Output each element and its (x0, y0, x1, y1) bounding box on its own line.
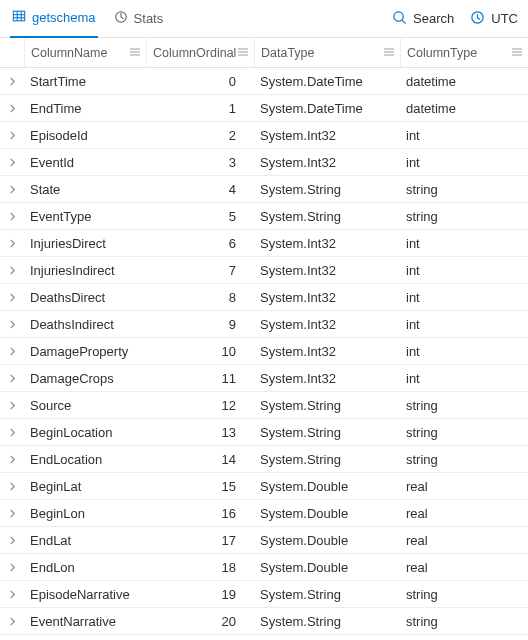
cell-columnname: EpisodeNarrative (24, 587, 146, 602)
cell-columnordinal: 1 (146, 101, 254, 116)
cell-columnordinal: 6 (146, 236, 254, 251)
table-row[interactable]: EventType5System.Stringstring (0, 203, 528, 230)
cell-columntype: string (400, 614, 528, 629)
rows-host: StartTime0System.DateTimedatetimeEndTime… (0, 68, 528, 640)
cell-columntype: string (400, 398, 528, 413)
header-columnordinal[interactable]: ColumnOrdinal (146, 38, 254, 67)
expand-row[interactable] (0, 392, 24, 418)
table-row[interactable]: EndTime1System.DateTimedatetime (0, 95, 528, 122)
tab-stats[interactable]: Stats (112, 0, 166, 38)
cell-columnordinal: 5 (146, 209, 254, 224)
cell-columnname: InjuriesDirect (24, 236, 146, 251)
expand-row[interactable] (0, 230, 24, 256)
column-menu-icon[interactable] (238, 46, 248, 60)
cell-datatype: System.String (254, 182, 400, 197)
cell-columntype: datetime (400, 74, 528, 89)
expand-row[interactable] (0, 257, 24, 283)
cell-columntype: int (400, 317, 528, 332)
stats-icon (114, 10, 128, 27)
expand-row[interactable] (0, 554, 24, 580)
table-row[interactable]: DeathsIndirect9System.Int32int (0, 311, 528, 338)
cell-columnname: EndLocation (24, 452, 146, 467)
table-row[interactable]: StormSummary21System.Objectdynamic (0, 635, 528, 640)
table-row[interactable]: DeathsDirect8System.Int32int (0, 284, 528, 311)
cell-columnname: EventNarrative (24, 614, 146, 629)
table-row[interactable]: EndLocation14System.Stringstring (0, 446, 528, 473)
expand-row[interactable] (0, 284, 24, 310)
cell-columnordinal: 4 (146, 182, 254, 197)
header-columntype[interactable]: ColumnType (400, 38, 528, 67)
column-menu-icon[interactable] (512, 46, 522, 60)
utc-tool[interactable]: UTC (470, 10, 518, 28)
table-row[interactable]: State4System.Stringstring (0, 176, 528, 203)
expand-row[interactable] (0, 338, 24, 364)
cell-datatype: System.DateTime (254, 74, 400, 89)
expand-row[interactable] (0, 608, 24, 634)
header-row: ColumnName ColumnOrdinal DataType Column… (0, 38, 528, 68)
cell-columnordinal: 17 (146, 533, 254, 548)
cell-datatype: System.String (254, 398, 400, 413)
expand-row[interactable] (0, 500, 24, 526)
search-tool[interactable]: Search (392, 10, 454, 28)
cell-columnname: BeginLocation (24, 425, 146, 440)
cell-columnname: EndTime (24, 101, 146, 116)
cell-columnordinal: 16 (146, 506, 254, 521)
table-row[interactable]: BeginLon16System.Doublereal (0, 500, 528, 527)
svg-rect-0 (13, 11, 24, 21)
expand-row[interactable] (0, 176, 24, 202)
expand-row[interactable] (0, 419, 24, 445)
expand-row[interactable] (0, 446, 24, 472)
header-datatype[interactable]: DataType (254, 38, 400, 67)
cell-datatype: System.Int32 (254, 128, 400, 143)
table-row[interactable]: BeginLat15System.Doublereal (0, 473, 528, 500)
table-row[interactable]: EventNarrative20System.Stringstring (0, 608, 528, 635)
table-row[interactable]: DamageCrops11System.Int32int (0, 365, 528, 392)
cell-datatype: System.DateTime (254, 101, 400, 116)
cell-columntype: datetime (400, 101, 528, 116)
expand-row[interactable] (0, 122, 24, 148)
table-row[interactable]: EventId3System.Int32int (0, 149, 528, 176)
expand-row[interactable] (0, 68, 24, 94)
expand-row[interactable] (0, 203, 24, 229)
expand-row[interactable] (0, 635, 24, 640)
table-row[interactable]: EndLon18System.Doublereal (0, 554, 528, 581)
expand-row[interactable] (0, 365, 24, 391)
cell-columnname: EpisodeId (24, 128, 146, 143)
cell-columnname: StartTime (24, 74, 146, 89)
clock-icon (470, 10, 485, 28)
table-row[interactable]: EpisodeNarrative19System.Stringstring (0, 581, 528, 608)
expand-row[interactable] (0, 581, 24, 607)
expand-row[interactable] (0, 527, 24, 553)
table-row[interactable]: EpisodeId2System.Int32int (0, 122, 528, 149)
table-row[interactable]: EndLat17System.Doublereal (0, 527, 528, 554)
table-row[interactable]: Source12System.Stringstring (0, 392, 528, 419)
cell-columnordinal: 0 (146, 74, 254, 89)
expand-row[interactable] (0, 95, 24, 121)
cell-datatype: System.Int32 (254, 263, 400, 278)
cell-columnordinal: 2 (146, 128, 254, 143)
table-icon (12, 9, 26, 26)
table-row[interactable]: InjuriesDirect6System.Int32int (0, 230, 528, 257)
column-menu-icon[interactable] (130, 46, 140, 60)
header-columnname[interactable]: ColumnName (24, 38, 146, 67)
svg-line-7 (402, 20, 405, 23)
expand-row[interactable] (0, 473, 24, 499)
cell-columntype: real (400, 560, 528, 575)
column-menu-icon[interactable] (384, 46, 394, 60)
cell-columntype: string (400, 425, 528, 440)
table-row[interactable]: DamageProperty10System.Int32int (0, 338, 528, 365)
cell-columnordinal: 8 (146, 290, 254, 305)
expand-row[interactable] (0, 311, 24, 337)
cell-columnordinal: 11 (146, 371, 254, 386)
expand-row[interactable] (0, 149, 24, 175)
cell-columnordinal: 9 (146, 317, 254, 332)
cell-columnname: DeathsDirect (24, 290, 146, 305)
table-row[interactable]: BeginLocation13System.Stringstring (0, 419, 528, 446)
table-row[interactable]: StartTime0System.DateTimedatetime (0, 68, 528, 95)
cell-columnordinal: 3 (146, 155, 254, 170)
results-grid: ColumnName ColumnOrdinal DataType Column… (0, 38, 528, 640)
tab-getschema[interactable]: getschema (10, 0, 98, 38)
table-row[interactable]: InjuriesIndirect7System.Int32int (0, 257, 528, 284)
cell-columntype: real (400, 506, 528, 521)
cell-columnordinal: 13 (146, 425, 254, 440)
